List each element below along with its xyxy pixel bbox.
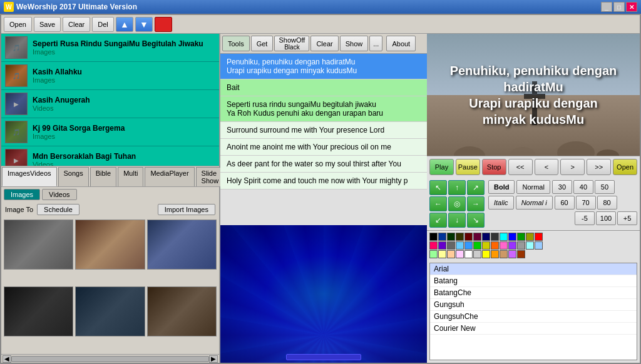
- sub-tab-images[interactable]: Images: [4, 189, 40, 200]
- size-60[interactable]: 60: [555, 196, 575, 210]
- italic-button[interactable]: Italic: [488, 196, 514, 210]
- size-70[interactable]: 70: [576, 196, 596, 210]
- color-pink[interactable]: [429, 241, 438, 250]
- color-peach[interactable]: [447, 250, 455, 258]
- color-white[interactable]: [464, 250, 473, 258]
- tab-bible[interactable]: Bible: [90, 167, 116, 186]
- color-tan[interactable]: [500, 250, 508, 258]
- color-navy[interactable]: [482, 233, 490, 241]
- more-button[interactable]: ...: [369, 36, 382, 51]
- scroll-right-button[interactable]: ▶: [209, 355, 218, 363]
- lyric-item-0[interactable]: Penuhiku, penuhiku dengan hadiratMu Urap…: [220, 54, 427, 79]
- close-button[interactable]: ✕: [626, 2, 637, 12]
- font-gungsuhche[interactable]: GungsuhChe: [430, 311, 637, 323]
- color-darkpurple[interactable]: [473, 233, 481, 241]
- color-yellow[interactable]: [482, 250, 490, 258]
- tab-images-videos[interactable]: ImagesVideos: [2, 167, 57, 186]
- next-next-button[interactable]: >>: [587, 159, 611, 175]
- lyric-item-5[interactable]: As deer pant for the water so my soul th…: [220, 156, 427, 173]
- color-darkgreen[interactable]: [447, 233, 455, 241]
- nav-down[interactable]: ↓: [448, 213, 466, 228]
- color-purple[interactable]: [438, 241, 446, 250]
- scroll-down-button[interactable]: ▼: [135, 17, 153, 32]
- image-thumb-3[interactable]: [147, 220, 217, 270]
- size-30[interactable]: 30: [552, 180, 572, 194]
- sub-tab-videos[interactable]: Videos: [42, 189, 76, 200]
- song-item-5[interactable]: ▶ Mdn Bersoraklah Bagi Tuhan Videos: [1, 146, 219, 166]
- font-batang[interactable]: Batang: [430, 275, 637, 287]
- scroll-left-button[interactable]: ◀: [3, 355, 11, 363]
- color-darkred[interactable]: [464, 233, 473, 241]
- color-red[interactable]: [535, 233, 543, 241]
- image-to-schedule-button[interactable]: Schedule: [37, 204, 79, 215]
- clear-button[interactable]: Clear: [63, 17, 90, 32]
- tab-multi[interactable]: Multi: [118, 167, 143, 186]
- nav-down-right[interactable]: ↘: [467, 213, 485, 228]
- bold-button[interactable]: Bold: [488, 180, 515, 194]
- image-thumb-1[interactable]: [4, 220, 73, 270]
- color-lavender[interactable]: [456, 250, 464, 258]
- tab-songs[interactable]: Songs: [58, 167, 89, 186]
- color-darkolive[interactable]: [456, 233, 464, 241]
- image-thumb-4[interactable]: [4, 286, 73, 336]
- color-pastelgreen[interactable]: [429, 250, 438, 258]
- color-darkgray[interactable]: [491, 233, 499, 241]
- color-lime[interactable]: [473, 241, 481, 250]
- color-olive[interactable]: [526, 233, 534, 241]
- color-cyan[interactable]: [500, 233, 508, 241]
- color-violet[interactable]: [508, 241, 516, 250]
- save-button[interactable]: Save: [34, 17, 61, 32]
- nav-center[interactable]: ◎: [448, 196, 466, 211]
- pause-button[interactable]: Pause: [456, 159, 480, 175]
- tab-mediaplayer[interactable]: MediaPlayer: [145, 167, 194, 186]
- color-black[interactable]: [429, 233, 438, 241]
- font-couriernew[interactable]: Courier New: [430, 323, 637, 335]
- size-40[interactable]: 40: [573, 180, 593, 194]
- play-button[interactable]: Play: [429, 159, 454, 175]
- lyric-item-2[interactable]: Seperti rusa rindu sungaiMu begitulah ji…: [220, 96, 427, 122]
- lyric-item-6[interactable]: Holy Spirit come and touch me now with Y…: [220, 173, 427, 190]
- song-item-1[interactable]: 🎵 Seperti Rusa Rindu SungaiMu Begitulah …: [1, 34, 219, 62]
- color-brown[interactable]: [517, 250, 525, 258]
- minimize-button[interactable]: _: [601, 2, 612, 12]
- prev-button[interactable]: <: [535, 159, 559, 175]
- open-button-ctrl[interactable]: Open: [613, 159, 637, 175]
- image-thumb-6[interactable]: [147, 286, 217, 336]
- image-thumb-2[interactable]: [75, 220, 145, 270]
- font-gungsuh[interactable]: Gungsuh: [430, 299, 637, 311]
- nav-up-left[interactable]: ↖: [429, 180, 447, 195]
- color-pastelblue[interactable]: [535, 241, 543, 250]
- color-lightblue[interactable]: [456, 241, 464, 250]
- clear-button[interactable]: Clear: [310, 36, 338, 51]
- color-lightgray[interactable]: [473, 250, 481, 258]
- color-lilac[interactable]: [508, 250, 516, 258]
- nav-down-left[interactable]: ↙: [429, 213, 447, 228]
- nav-up-right[interactable]: ↗: [467, 180, 485, 195]
- open-button[interactable]: Open: [4, 17, 32, 32]
- size-minus5[interactable]: -5: [575, 211, 595, 225]
- size-80[interactable]: 80: [597, 196, 617, 210]
- scroll-up-button[interactable]: ▲: [116, 17, 133, 32]
- color-darkblue[interactable]: [438, 233, 446, 241]
- color-pastelyellow[interactable]: [438, 250, 446, 258]
- nav-left[interactable]: ←: [429, 196, 447, 211]
- preview-scrollbar-thumb[interactable]: [286, 354, 361, 360]
- size-50[interactable]: 50: [595, 180, 615, 194]
- lyric-item-4[interactable]: Anoint me anoint me with Your precious o…: [220, 139, 427, 156]
- font-arial[interactable]: Arial: [430, 263, 637, 275]
- image-thumb-5[interactable]: [75, 286, 145, 336]
- normal-button[interactable]: Normal: [516, 180, 550, 194]
- del-button[interactable]: Del: [92, 17, 114, 32]
- preview-scrollbar[interactable]: [220, 353, 427, 361]
- size-plus5[interactable]: +5: [617, 211, 637, 225]
- import-images-button[interactable]: Import Images: [158, 204, 215, 215]
- color-cornblue[interactable]: [464, 241, 473, 250]
- size-100[interactable]: 100: [596, 211, 616, 225]
- song-item-4[interactable]: 🎵 Kj 99 Gita Sorga Bergema Images: [1, 118, 219, 146]
- font-batangche[interactable]: BatangChe: [430, 287, 637, 299]
- about-button[interactable]: About: [386, 36, 416, 51]
- show-button[interactable]: Show: [340, 36, 369, 51]
- get-button[interactable]: Get: [251, 36, 274, 51]
- color-yellow-dark[interactable]: [482, 241, 490, 250]
- stop-button[interactable]: Stop: [482, 159, 506, 175]
